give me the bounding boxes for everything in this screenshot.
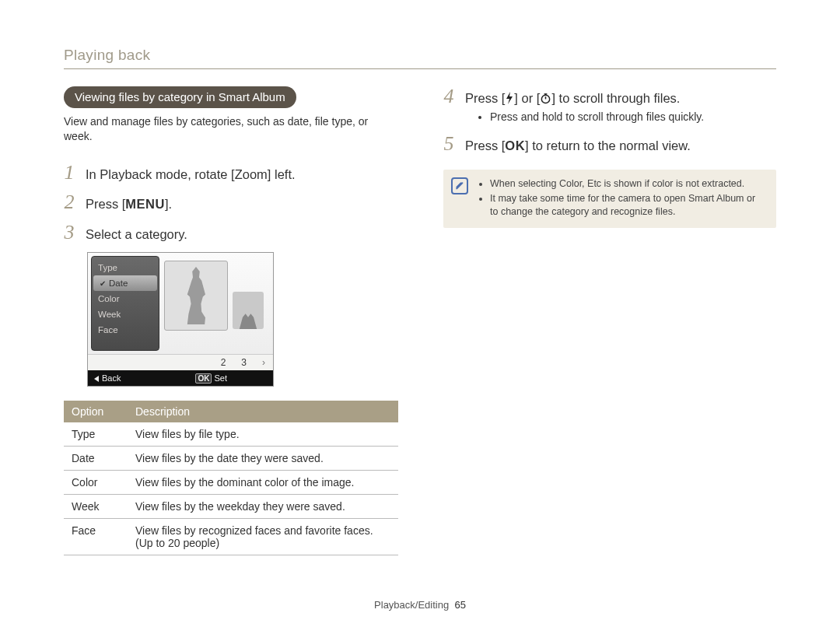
back-label: Back bbox=[102, 373, 121, 383]
note-icon bbox=[451, 177, 468, 194]
step-number: 5 bbox=[443, 134, 454, 154]
menu-key-icon: MENU bbox=[125, 197, 165, 211]
menu-item-date: ✔Date bbox=[93, 275, 157, 291]
page-title: Playing back bbox=[64, 47, 776, 69]
menu-item-type: Type bbox=[92, 260, 159, 275]
note-list: When selecting Color, Etc is shown if co… bbox=[478, 177, 765, 220]
cell-option: Date bbox=[64, 447, 128, 471]
menu-label: Week bbox=[98, 310, 121, 319]
people-icon bbox=[237, 312, 259, 329]
table-header-description: Description bbox=[128, 401, 398, 422]
table-row: DateView files by the date they were sav… bbox=[64, 447, 398, 471]
steps-left: 1 In Playback mode, rotate [Zoom] left. … bbox=[64, 163, 397, 243]
pager-number: 2 bbox=[221, 357, 226, 368]
cell-option: Week bbox=[64, 495, 128, 519]
cell-description: View files by the date they were saved. bbox=[128, 447, 398, 471]
pager-arrow-icon: › bbox=[262, 357, 265, 368]
step-sub-bullets: Press and hold to scroll through files q… bbox=[490, 110, 776, 124]
person-silhouette-icon bbox=[180, 267, 212, 324]
menu-item-face: Face bbox=[92, 322, 159, 338]
step-number: 4 bbox=[443, 86, 454, 107]
step-number: 3 bbox=[64, 222, 75, 243]
screenshot-body: Type ✔Date Color Week Face bbox=[88, 253, 273, 354]
step-text: Select a category. bbox=[86, 226, 397, 243]
screenshot-footer: Back OK Set bbox=[88, 370, 273, 386]
footer-page-number: 65 bbox=[454, 599, 465, 611]
flash-icon bbox=[505, 92, 514, 108]
set-indicator: OK Set bbox=[195, 373, 227, 383]
set-label: Set bbox=[215, 373, 228, 383]
step-text-part: Press [ bbox=[465, 91, 505, 105]
triangle-left-icon bbox=[94, 376, 99, 382]
timer-icon bbox=[540, 92, 551, 108]
cell-description: View files by file type. bbox=[128, 422, 398, 447]
content-columns: Viewing files by category in Smart Album… bbox=[64, 86, 776, 591]
check-icon: ✔ bbox=[100, 279, 106, 288]
step-3: 3 Select a category. bbox=[64, 222, 397, 243]
cell-option: Color bbox=[64, 471, 128, 495]
page: Playing back Viewing files by category i… bbox=[0, 0, 840, 634]
camera-screenshot: Type ✔Date Color Week Face 2 3 › bbox=[87, 252, 274, 387]
footer-section: Playback/Editing bbox=[374, 599, 449, 611]
menu-label: Type bbox=[98, 263, 117, 272]
step-text-part: Press [ bbox=[465, 138, 505, 152]
step-text: Press [] or [] to scroll through files. … bbox=[465, 90, 776, 124]
step-text-part: ] or [ bbox=[514, 91, 540, 105]
note-item: It may take some time for the camera to … bbox=[490, 192, 765, 219]
right-column: 4 Press [] or [] to scroll through files… bbox=[443, 86, 776, 591]
step-text-post: ]. bbox=[165, 197, 172, 211]
thumbnail-side bbox=[233, 292, 264, 329]
ok-mini-icon: OK bbox=[195, 373, 212, 384]
category-menu: Type ✔Date Color Week Face bbox=[91, 256, 159, 351]
step-1: 1 In Playback mode, rotate [Zoom] left. bbox=[64, 163, 397, 183]
table-row: TypeView files by file type. bbox=[64, 422, 398, 447]
section-heading-pill: Viewing files by category in Smart Album bbox=[64, 86, 296, 108]
step-number: 2 bbox=[64, 192, 75, 212]
pager-number: 3 bbox=[241, 357, 247, 368]
menu-label: Face bbox=[98, 325, 118, 335]
thumbnail-area bbox=[163, 253, 273, 354]
thumbnail-main bbox=[164, 261, 228, 331]
cell-description: View files by the weekday they were save… bbox=[128, 495, 398, 519]
screenshot-pager: 2 3 › bbox=[88, 354, 273, 370]
table-header-option: Option bbox=[64, 401, 128, 422]
cell-option: Face bbox=[64, 519, 128, 555]
menu-item-week: Week bbox=[92, 306, 159, 322]
cell-description: View files by recognized faces and favor… bbox=[128, 519, 398, 555]
cell-description: View files by the dominant color of the … bbox=[128, 471, 398, 495]
step-5: 5 Press [OK] to return to the normal vie… bbox=[443, 134, 776, 154]
menu-item-color: Color bbox=[92, 291, 159, 306]
menu-label: Date bbox=[109, 278, 128, 288]
menu-label: Color bbox=[98, 294, 119, 303]
options-table: Option Description TypeView files by fil… bbox=[64, 401, 398, 555]
step-text: In Playback mode, rotate [Zoom] left. bbox=[86, 166, 397, 183]
step-text: Press [OK] to return to the normal view. bbox=[465, 138, 776, 154]
step-4: 4 Press [] or [] to scroll through files… bbox=[443, 86, 776, 124]
cell-option: Type bbox=[64, 422, 128, 447]
step-text-part: ] to return to the normal view. bbox=[525, 138, 691, 152]
sub-bullet-item: Press and hold to scroll through files q… bbox=[490, 110, 776, 124]
steps-right: 4 Press [] or [] to scroll through files… bbox=[443, 86, 776, 154]
table-row: ColorView files by the dominant color of… bbox=[64, 471, 398, 495]
left-column: Viewing files by category in Smart Album… bbox=[64, 86, 397, 591]
step-text-pre: Press [ bbox=[86, 197, 125, 211]
ok-key-icon: OK bbox=[505, 138, 525, 152]
page-footer: Playback/Editing 65 bbox=[64, 591, 776, 611]
step-text-part: ] to scroll through files. bbox=[551, 91, 680, 105]
table-row: WeekView files by the weekday they were … bbox=[64, 495, 398, 519]
step-2: 2 Press [MENU]. bbox=[64, 192, 397, 212]
table-row: FaceView files by recognized faces and f… bbox=[64, 519, 398, 555]
step-text: Press [MENU]. bbox=[86, 196, 397, 212]
step-number: 1 bbox=[64, 163, 75, 183]
note-item: When selecting Color, Etc is shown if co… bbox=[490, 177, 765, 191]
back-indicator: Back bbox=[94, 373, 121, 383]
section-intro: View and manage files by categories, suc… bbox=[64, 114, 397, 144]
note-box: When selecting Color, Etc is shown if co… bbox=[443, 170, 776, 228]
